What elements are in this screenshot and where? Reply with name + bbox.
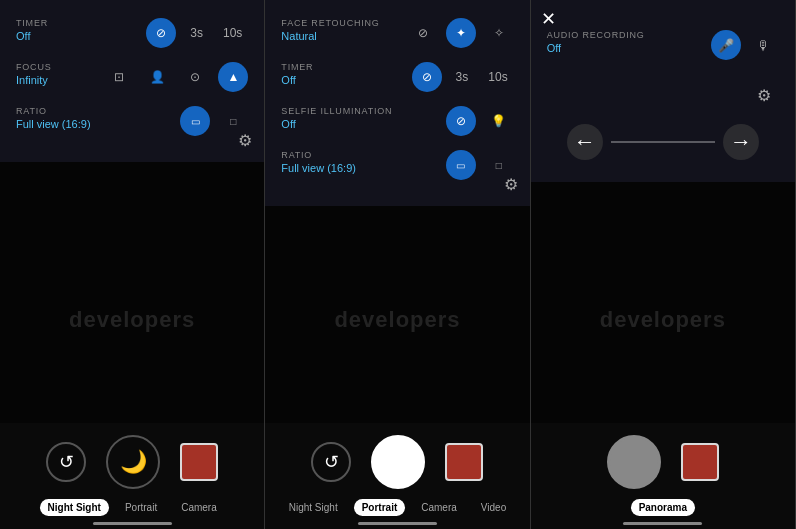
ratio-full-btn[interactable]: ▭ bbox=[180, 106, 210, 136]
panorama-arrow-row: ← → bbox=[547, 114, 779, 170]
viewfinder-2: FACE RETOUCHING Natural ⊘ ✦ ✧ TIMER bbox=[265, 0, 529, 423]
timer-3s-btn[interactable]: 3s bbox=[184, 22, 209, 44]
retouch-natural-btn[interactable]: ✦ bbox=[446, 18, 476, 48]
bottom-bar-2: ↺ Night Sight Portrait Camera Video bbox=[265, 423, 529, 529]
settings-overlay-3: AUDIO RECORDING Off 🎤 🎙 ⚙ ← → bbox=[531, 0, 795, 182]
tab-video-2[interactable]: Video bbox=[473, 499, 514, 516]
shutter-row-3 bbox=[531, 431, 795, 493]
timer-setting-2: TIMER Off ⊘ 3s 10s bbox=[281, 62, 513, 92]
focus-macro-btn[interactable]: ⊙ bbox=[180, 62, 210, 92]
focus-auto-btn[interactable]: ⊡ bbox=[104, 62, 134, 92]
timer-off-btn-2[interactable]: ⊘ bbox=[412, 62, 442, 92]
gear-icon-3[interactable]: ⚙ bbox=[749, 80, 779, 110]
timer-setting: TIMER Off ⊘ 3s 10s bbox=[16, 18, 248, 48]
shutter-row-1: ↺ 🌙 bbox=[0, 431, 264, 493]
rotate-btn-2[interactable]: ↺ bbox=[311, 442, 351, 482]
close-btn[interactable]: ✕ bbox=[541, 8, 556, 30]
audio-setting: AUDIO RECORDING Off 🎤 🎙 bbox=[547, 30, 779, 60]
audio-on-btn[interactable]: 🎙 bbox=[749, 30, 779, 60]
panel-panorama: ✕ AUDIO RECORDING Off 🎤 🎙 ⚙ bbox=[531, 0, 796, 529]
selfie-illum-setting: SELFIE ILLUMINATION Off ⊘ 💡 bbox=[281, 106, 513, 136]
mode-tabs-3: Panorama bbox=[531, 493, 795, 520]
illum-off-btn[interactable]: ⊘ bbox=[446, 106, 476, 136]
timer-3s-btn-2[interactable]: 3s bbox=[450, 66, 475, 88]
settings-overlay-1: TIMER Off ⊘ 3s 10s FOCUS Infinity ⊡ bbox=[0, 0, 264, 162]
mode-tabs-1: Night Sight Portrait Camera bbox=[0, 493, 264, 520]
shutter-row-2: ↺ bbox=[265, 431, 529, 493]
watermark-3: developers bbox=[600, 307, 726, 333]
timer-controls-2: ⊘ 3s 10s bbox=[281, 62, 513, 92]
timer-10s-btn-2[interactable]: 10s bbox=[482, 66, 513, 88]
ratio-setting: RATIO Full view (16:9) ▭ □ bbox=[16, 106, 248, 136]
tab-night-sight-1[interactable]: Night Sight bbox=[40, 499, 109, 516]
viewfinder-1: TIMER Off ⊘ 3s 10s FOCUS Infinity ⊡ bbox=[0, 0, 264, 423]
video-thumb-1 bbox=[180, 443, 218, 481]
retouch-off-btn[interactable]: ⊘ bbox=[408, 18, 438, 48]
tab-camera-1[interactable]: Camera bbox=[173, 499, 225, 516]
timer-off-btn[interactable]: ⊘ bbox=[146, 18, 176, 48]
tab-night-sight-2[interactable]: Night Sight bbox=[281, 499, 346, 516]
night-sight-shutter[interactable]: 🌙 bbox=[106, 435, 160, 489]
tab-portrait-2[interactable]: Portrait bbox=[354, 499, 406, 516]
arrow-right-btn[interactable]: → bbox=[723, 124, 759, 160]
portrait-shutter[interactable] bbox=[371, 435, 425, 489]
mode-tabs-2: Night Sight Portrait Camera Video bbox=[265, 493, 529, 520]
settings-overlay-2: FACE RETOUCHING Natural ⊘ ✦ ✧ TIMER bbox=[265, 0, 529, 206]
ratio-setting-2: RATIO Full view (16:9) ▭ □ bbox=[281, 150, 513, 180]
tab-portrait-1[interactable]: Portrait bbox=[117, 499, 165, 516]
arrow-left-btn[interactable]: ← bbox=[567, 124, 603, 160]
viewfinder-3: ✕ AUDIO RECORDING Off 🎤 🎙 ⚙ bbox=[531, 0, 795, 423]
illum-on-btn[interactable]: 💡 bbox=[484, 106, 514, 136]
watermark-1: developers bbox=[69, 307, 195, 333]
gear-icon-1[interactable]: ⚙ bbox=[238, 131, 252, 150]
retouch-smooth-btn[interactable]: ✧ bbox=[484, 18, 514, 48]
panorama-shutter[interactable] bbox=[607, 435, 661, 489]
focus-mountain-btn[interactable]: ▲ bbox=[218, 62, 248, 92]
home-indicator-3 bbox=[623, 522, 702, 525]
focus-setting: FOCUS Infinity ⊡ 👤 ⊙ ▲ bbox=[16, 62, 248, 92]
panel-portrait: FACE RETOUCHING Natural ⊘ ✦ ✧ TIMER bbox=[265, 0, 530, 529]
bottom-bar-1: ↺ 🌙 Night Sight Portrait Camera bbox=[0, 423, 264, 529]
focus-face-btn[interactable]: 👤 bbox=[142, 62, 172, 92]
timer-controls: ⊘ 3s 10s bbox=[16, 18, 248, 48]
home-indicator-1 bbox=[93, 522, 172, 525]
gear-icon-2[interactable]: ⚙ bbox=[504, 175, 518, 194]
home-indicator-2 bbox=[358, 522, 437, 525]
watermark-2: developers bbox=[334, 307, 460, 333]
timer-10s-btn[interactable]: 10s bbox=[217, 22, 248, 44]
ratio-full-btn-2[interactable]: ▭ bbox=[446, 150, 476, 180]
rotate-btn-1[interactable]: ↺ bbox=[46, 442, 86, 482]
face-retouch-setting: FACE RETOUCHING Natural ⊘ ✦ ✧ bbox=[281, 18, 513, 48]
audio-off-btn[interactable]: 🎤 bbox=[711, 30, 741, 60]
panel-night-sight: TIMER Off ⊘ 3s 10s FOCUS Infinity ⊡ bbox=[0, 0, 265, 529]
bottom-bar-3: Panorama bbox=[531, 423, 795, 529]
video-thumb-2 bbox=[445, 443, 483, 481]
tab-camera-2[interactable]: Camera bbox=[413, 499, 465, 516]
video-thumb-3 bbox=[681, 443, 719, 481]
tab-panorama[interactable]: Panorama bbox=[631, 499, 695, 516]
